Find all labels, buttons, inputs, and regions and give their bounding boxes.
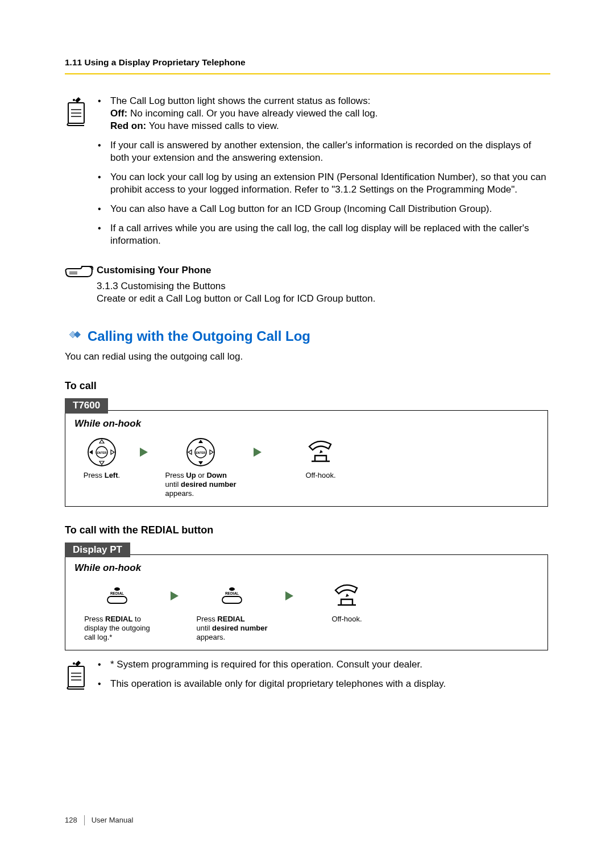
svg-point-23: [73, 662, 75, 665]
redial-button-icon: REDIAL: [104, 581, 130, 611]
note-text: If your call is answered by another exte…: [110, 139, 550, 164]
off-hook-icon: [304, 437, 338, 468]
note-text: The Call Log button light shows the curr…: [110, 95, 370, 106]
arrow-icon: [279, 581, 300, 611]
step-label: Press REDIAL to display the outgoing cal…: [84, 615, 150, 642]
note-text: * System programming is required for thi…: [110, 658, 550, 671]
heading-outgoing-call-log: Calling with the Outgoing Call Log: [88, 328, 310, 345]
doc-title: User Manual: [92, 816, 134, 825]
footer-separator: [84, 815, 85, 825]
svg-text:ENTER: ENTER: [196, 450, 206, 454]
svg-point-4: [73, 99, 75, 101]
note-text: You can also have a Call Log button for …: [110, 203, 550, 215]
arrow-icon: [247, 437, 268, 468]
customising-title: Customising Your Phone: [97, 264, 550, 276]
pointing-hand-icon: [65, 264, 97, 304]
notes-list: •* System programming is required for th…: [97, 658, 550, 697]
subheading-to-call: To call: [65, 379, 550, 393]
note-red-label: Red on:: [110, 120, 146, 131]
procedure-box-t7600: T7600 While on-hook ENTER: [65, 410, 548, 506]
customising-desc: Create or edit a Call Log button or Call…: [97, 293, 375, 304]
customising-ref: 3.1.3 Customising the Buttons: [97, 281, 226, 291]
arrow-icon: [164, 581, 185, 611]
arrow-icon: [134, 437, 154, 468]
notes-list: • The Call Log button light shows the cu…: [97, 95, 550, 254]
navigator-pad-icon: ENTER: [186, 437, 215, 468]
note-red-text: You have missed calls to view.: [146, 120, 279, 131]
diamond-bullets-icon: [65, 329, 84, 343]
note-icon: [65, 658, 97, 697]
svg-text:ENTER: ENTER: [97, 450, 107, 454]
page-number: 128: [65, 816, 84, 825]
step-label: Press REDIAL until desired number appear…: [197, 615, 268, 642]
svg-point-13: [114, 587, 120, 591]
note-text: This operation is available only for dig…: [110, 678, 550, 690]
step-label: Press Up or Down until desired number ap…: [165, 471, 237, 498]
step-label: Press Left.: [84, 471, 120, 480]
header-rule: [65, 73, 550, 74]
svg-text:REDIAL: REDIAL: [110, 591, 124, 595]
note-text: If a call arrives while you are using th…: [110, 222, 550, 247]
svg-rect-18: [222, 596, 242, 603]
procedure-box-display-pt: Display PT While on-hook REDIAL: [65, 554, 548, 650]
svg-point-16: [229, 587, 235, 591]
procedure-tag: Display PT: [65, 542, 130, 557]
intro-text: You can redial using the outgoing call l…: [65, 350, 550, 362]
note-icon: [65, 95, 97, 254]
section-header: 1.11 Using a Display Proprietary Telepho…: [65, 57, 550, 68]
procedure-tag: T7600: [65, 398, 108, 413]
subheading-to-call-redial: To call with the REDIAL button: [65, 524, 550, 537]
step-label: Off-hook.: [331, 615, 362, 624]
step-label: Off-hook.: [305, 471, 335, 480]
note-off-text: No incoming call. Or you have already vi…: [127, 108, 377, 119]
state-label: While on-hook: [74, 562, 538, 574]
note-text: You can lock your call log by using an e…: [110, 171, 550, 196]
off-hook-icon: [330, 581, 364, 611]
navigator-pad-icon: ENTER: [87, 437, 117, 468]
svg-rect-15: [107, 596, 127, 603]
redial-button-icon: REDIAL: [219, 581, 245, 611]
svg-text:REDIAL: REDIAL: [225, 591, 239, 595]
state-label: While on-hook: [74, 418, 538, 429]
note-off-label: Off:: [110, 108, 127, 119]
